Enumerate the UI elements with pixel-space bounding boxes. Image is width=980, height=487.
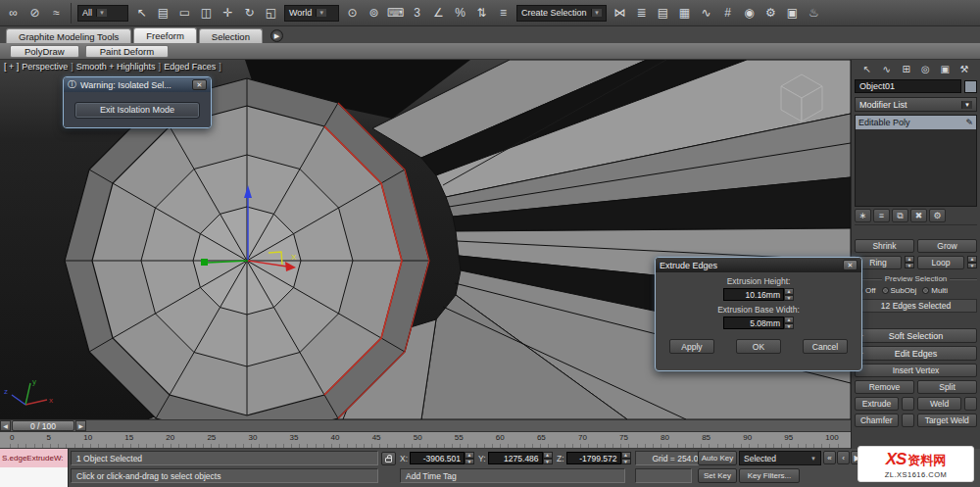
- display-tab-icon[interactable]: ▣: [936, 61, 954, 76]
- previous-frame-button[interactable]: ‹: [837, 451, 850, 464]
- warning-dialog-titlebar[interactable]: ⓘ Warning: Isolated Sel... ✕: [64, 77, 211, 92]
- time-slider-handle[interactable]: 0 / 100: [12, 420, 74, 431]
- radio-multi[interactable]: Multi: [922, 286, 948, 295]
- utilities-tab-icon[interactable]: ⚒: [956, 61, 973, 76]
- select-object-icon[interactable]: ↖: [131, 3, 152, 24]
- percent-snap-icon[interactable]: %: [450, 3, 470, 24]
- graphite-ribbon-toggle-icon[interactable]: ▦: [674, 3, 695, 24]
- extrusion-height-spinner[interactable]: ▲▼: [784, 288, 794, 301]
- add-time-tag-field[interactable]: Add Time Tag: [400, 468, 625, 483]
- select-and-move-icon[interactable]: ✛: [218, 3, 238, 24]
- show-end-result-icon[interactable]: ≡: [873, 209, 890, 222]
- modifier-list-dropdown[interactable]: Modifier List ▼: [855, 97, 977, 112]
- apply-button[interactable]: Apply: [669, 339, 714, 354]
- key-filters-button[interactable]: Key Filters...: [739, 468, 800, 483]
- exit-isolation-mode-button[interactable]: Exit Isolation Mode: [74, 102, 200, 119]
- select-and-rotate-icon[interactable]: ↻: [239, 3, 260, 24]
- pin-stack-icon[interactable]: ∗: [855, 209, 871, 222]
- spinner-snap-icon[interactable]: ⇅: [471, 3, 492, 24]
- chamfer-settings-button[interactable]: [902, 414, 914, 427]
- loop-spinner[interactable]: ▲▼: [967, 256, 977, 268]
- viewport-shading-menu[interactable]: Smooth + Highlights: [76, 62, 156, 72]
- select-and-manipulate-icon[interactable]: ⊚: [364, 3, 384, 24]
- chamfer-button[interactable]: Chamfer: [855, 414, 899, 427]
- viewport-edged-faces-label[interactable]: Edged Faces: [164, 62, 216, 72]
- angle-snap-icon[interactable]: ∠: [428, 3, 449, 24]
- modify-tab-icon[interactable]: ∿: [878, 61, 896, 76]
- snap-toggle-3d-icon[interactable]: 3: [407, 3, 427, 24]
- object-color-swatch[interactable]: [964, 80, 977, 93]
- motion-tab-icon[interactable]: ◎: [916, 61, 934, 76]
- viewport-menu-button[interactable]: [ + ]: [4, 62, 19, 72]
- render-setup-icon[interactable]: ⚙: [760, 3, 781, 24]
- remove-modifier-icon[interactable]: ✖: [910, 209, 927, 222]
- material-editor-icon[interactable]: ◉: [739, 3, 760, 24]
- extrusion-base-width-spinner[interactable]: ▲▼: [784, 317, 794, 329]
- extrude-button[interactable]: Extrude: [855, 397, 899, 411]
- unlink-selection-icon[interactable]: ⊘: [24, 3, 45, 24]
- rendered-frame-icon[interactable]: ▣: [782, 3, 803, 24]
- y-spinner[interactable]: ▲▼: [543, 452, 553, 464]
- stack-item-editable-poly[interactable]: Editable Poly ✎: [856, 116, 976, 129]
- make-unique-icon[interactable]: ⧉: [892, 209, 908, 222]
- listener-line[interactable]: [0, 467, 68, 487]
- ok-button[interactable]: OK: [736, 339, 781, 354]
- hierarchy-tab-icon[interactable]: ⊞: [898, 61, 915, 76]
- x-spinner[interactable]: ▲▼: [465, 452, 474, 464]
- select-by-name-icon[interactable]: ▤: [153, 3, 173, 24]
- selection-region-icon[interactable]: ▭: [174, 3, 195, 24]
- go-to-start-button[interactable]: «: [823, 451, 836, 464]
- reference-coordinate-select[interactable]: World ▼: [284, 5, 339, 22]
- tab-paint-deform[interactable]: Paint Deform: [85, 45, 169, 58]
- extrusion-base-width-field[interactable]: 5.08mm: [723, 317, 784, 329]
- select-and-link-icon[interactable]: ∞: [3, 3, 24, 24]
- split-button[interactable]: Split: [917, 380, 977, 394]
- mirror-icon[interactable]: ⋈: [610, 3, 630, 24]
- object-name-field[interactable]: Object01: [855, 79, 961, 93]
- maxscript-mini-listener[interactable]: S.edgeExtrudeW:: [0, 449, 69, 487]
- x-coordinate-field[interactable]: -3906.501: [410, 452, 465, 464]
- window-crossing-icon[interactable]: ◫: [196, 3, 217, 24]
- z-coordinate-field[interactable]: -1799.572: [566, 452, 621, 464]
- configure-modifier-icon[interactable]: ⚙: [929, 209, 946, 222]
- ring-spinner[interactable]: ▲▼: [905, 256, 914, 268]
- selection-filter-select[interactable]: All ▼: [77, 5, 128, 22]
- auto-key-button[interactable]: Auto Key: [698, 451, 737, 465]
- rollout-soft-selection[interactable]: + Soft Selection: [855, 328, 977, 343]
- tab-graphite-modeling-tools[interactable]: Graphite Modeling Tools: [6, 28, 131, 43]
- extrusion-height-field[interactable]: 10.16mm: [723, 288, 784, 301]
- create-tab-icon[interactable]: ↖: [858, 61, 876, 76]
- cancel-button[interactable]: Cancel: [803, 339, 848, 354]
- selection-lock-icon[interactable]: [381, 452, 396, 465]
- z-spinner[interactable]: ▲▼: [621, 452, 631, 464]
- modifier-stack[interactable]: Editable Poly ✎: [855, 115, 977, 207]
- curve-editor-icon[interactable]: ∿: [696, 3, 716, 24]
- keyboard-override-icon[interactable]: ⌨: [385, 3, 406, 24]
- extrude-dialog-titlebar[interactable]: Extrude Edges ✕: [656, 258, 861, 272]
- close-icon[interactable]: ✕: [843, 260, 858, 270]
- time-slider-next-icon[interactable]: ▶: [75, 420, 86, 431]
- shrink-button[interactable]: Shrink: [855, 239, 914, 253]
- tab-selection[interactable]: Selection: [199, 28, 263, 43]
- use-pivot-center-icon[interactable]: ⊙: [342, 3, 363, 24]
- insert-vertex-button[interactable]: Insert Vertex: [855, 364, 977, 377]
- remove-button[interactable]: Remove: [855, 380, 914, 394]
- tab-freeform[interactable]: Freeform: [133, 27, 197, 43]
- align-icon[interactable]: ≣: [631, 3, 652, 24]
- grow-button[interactable]: Grow: [917, 239, 977, 253]
- select-and-scale-icon[interactable]: ◱: [261, 3, 281, 24]
- set-key-button[interactable]: Set Key: [698, 468, 737, 483]
- ribbon-minimize-button[interactable]: ▶: [270, 29, 283, 42]
- extrude-settings-button[interactable]: [902, 397, 914, 411]
- weld-button[interactable]: Weld: [917, 397, 961, 411]
- weld-settings-button[interactable]: [964, 397, 977, 411]
- macro-recorder-line[interactable]: S.edgeExtrudeW:: [0, 449, 68, 467]
- edit-named-selections-icon[interactable]: ≡: [493, 3, 514, 24]
- layer-manager-icon[interactable]: ▤: [653, 3, 673, 24]
- close-icon[interactable]: ✕: [192, 79, 207, 90]
- time-slider-prev-icon[interactable]: ◀: [0, 420, 11, 431]
- key-mode-select[interactable]: Selected ▼: [739, 451, 821, 465]
- bind-to-spacewarp-icon[interactable]: ≈: [46, 3, 67, 24]
- named-selection-set-select[interactable]: Create Selection Se ▼: [516, 5, 607, 22]
- track-bar[interactable]: 0510152025303540455055606570758085909510…: [0, 432, 851, 449]
